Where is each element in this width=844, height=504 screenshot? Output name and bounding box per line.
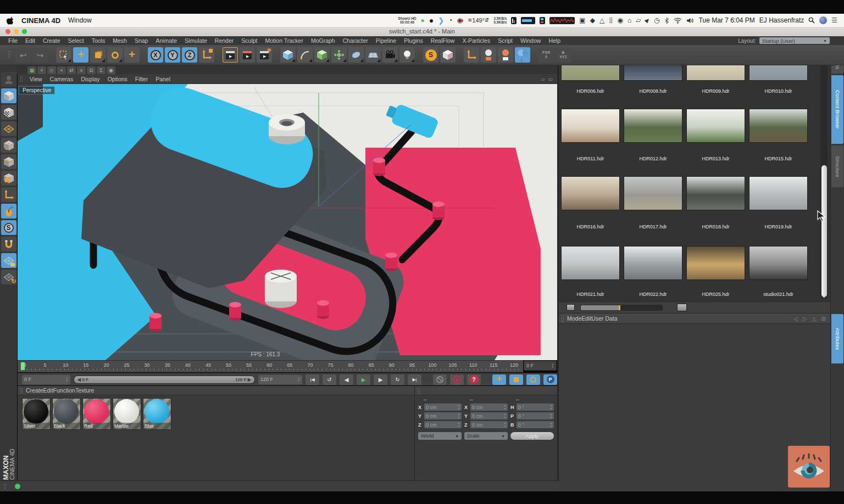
- menu-item-tools[interactable]: Tools: [88, 37, 109, 44]
- file-name[interactable]: HDR019.hdr: [749, 224, 808, 229]
- grid-app-icon[interactable]: ⣿: [609, 18, 613, 23]
- mini-tool-omega-icon[interactable]: Ω: [87, 66, 96, 74]
- key-position-toggle[interactable]: +: [492, 374, 506, 385]
- status-green-icon[interactable]: ●: [421, 17, 425, 24]
- menu-item-motion-tracker[interactable]: Motion Tracker: [261, 37, 307, 44]
- screen-recorder-status[interactable]: ShowU HD00:00:49: [398, 16, 416, 25]
- redo-button[interactable]: ↪: [32, 47, 48, 63]
- display-icon[interactable]: ◉: [617, 17, 623, 24]
- file-thumbnail-HDR018.hdr[interactable]: [686, 176, 745, 210]
- coord-position-x-field[interactable]: 0 cm▲▼: [424, 404, 462, 411]
- material-silver[interactable]: Silver: [22, 398, 51, 430]
- scroll-down-icon[interactable]: ▼: [822, 295, 826, 299]
- menubar-user[interactable]: EJ Hassenfratz: [759, 16, 804, 24]
- compass-heading[interactable]: ≋ 149° ⇵: [468, 18, 490, 24]
- mini-tool-swap-icon[interactable]: ⇄: [67, 66, 76, 74]
- end-frame-input[interactable]: 120 F▲▼: [258, 375, 302, 384]
- menu-item-edit[interactable]: Edit: [21, 37, 39, 44]
- menu-item-character[interactable]: Character: [339, 37, 372, 44]
- menu-item-render[interactable]: Render: [211, 37, 237, 44]
- mini-tool-sigma-icon[interactable]: Σ: [97, 66, 106, 74]
- frame-range-slider[interactable]: ◀ 0 F120 F ▶: [74, 376, 255, 384]
- xyz-helper-button[interactable]: ⊕XYZ: [556, 47, 571, 63]
- coord-position-y-field[interactable]: 0 cm▲▼: [424, 412, 462, 419]
- spotlight-icon[interactable]: [808, 17, 815, 24]
- apply-button[interactable]: Apply: [510, 432, 554, 440]
- material-red[interactable]: Red: [82, 398, 111, 430]
- render-view-button[interactable]: [223, 47, 238, 63]
- menu-item-filter[interactable]: Filter: [131, 76, 152, 82]
- tab-attributes[interactable]: Attributes: [831, 314, 843, 363]
- mouse-mode-button[interactable]: [1, 204, 16, 219]
- scrollbar-thumb[interactable]: [821, 165, 827, 297]
- key-parameter-toggle[interactable]: P: [543, 374, 557, 385]
- menu-item-mesh[interactable]: Mesh: [109, 37, 131, 44]
- volume-icon[interactable]: [686, 18, 695, 24]
- workplane-lock-mode-button[interactable]: [1, 253, 16, 268]
- file-name[interactable]: HDR025.hdr: [686, 292, 745, 297]
- file-thumbnail-HDR021.hdr[interactable]: [561, 246, 620, 280]
- key-rotation-toggle[interactable]: [526, 374, 540, 385]
- large-thumb-icon[interactable]: [677, 304, 687, 311]
- file-name[interactable]: HDR011.hdr: [561, 156, 620, 161]
- file-thumbnail-HDR012.hdr[interactable]: [624, 109, 682, 143]
- attr-new-icon[interactable]: ⊞: [820, 315, 827, 322]
- twitter-icon[interactable]: ❯: [438, 17, 444, 24]
- status-grip[interactable]: [3, 483, 6, 490]
- play-reverse-button[interactable]: ↺: [323, 374, 336, 385]
- menu-item-edit[interactable]: Edit: [43, 387, 53, 394]
- network-speed[interactable]: 2.5KB/s0.9KB/s: [493, 16, 507, 25]
- sketch-button[interactable]: S: [423, 47, 438, 63]
- tab-content-browser[interactable]: Content Browser: [831, 75, 843, 144]
- material-blue[interactable]: Blue: [143, 398, 171, 430]
- mac-app-name[interactable]: CINEMA 4D: [21, 16, 60, 25]
- camera-record-icon[interactable]: ◉: [457, 17, 463, 24]
- file-thumbnail-HDR011.hdr[interactable]: [561, 109, 620, 143]
- apple-menu-icon[interactable]: [7, 16, 14, 25]
- viewport-toggle-icon[interactable]: ▱: [541, 76, 545, 82]
- axis-tool-button[interactable]: [464, 47, 479, 63]
- file-thumbnail-HDR017.hdr[interactable]: [624, 176, 682, 210]
- attr-lock-icon[interactable]: △: [810, 315, 818, 322]
- menubar-clock[interactable]: Tue Mar 7 6:04 PM: [699, 16, 755, 24]
- tab-structure[interactable]: Structure: [831, 145, 843, 187]
- content-cube-button[interactable]: [440, 47, 456, 63]
- viewport-grip[interactable]: [20, 76, 23, 82]
- file-name[interactable]: HDR015.hdr: [749, 156, 808, 161]
- cpu-meter-icon[interactable]: [511, 17, 517, 24]
- key-scale-toggle[interactable]: [509, 374, 523, 385]
- add-cube-button[interactable]: [280, 47, 296, 63]
- polygons-mode-button[interactable]: [1, 171, 16, 186]
- menu-item-create[interactable]: Create: [39, 37, 64, 44]
- last-tool-button[interactable]: +: [124, 47, 140, 63]
- layout-dropdown[interactable]: Startup (User)▼: [759, 37, 830, 44]
- coord-rotation-h-field[interactable]: 0 °▲▼: [517, 404, 554, 411]
- menu-item-script[interactable]: Script: [494, 37, 517, 44]
- play-button[interactable]: ▶: [357, 374, 370, 385]
- material-marble[interactable]: Marble: [113, 398, 141, 430]
- coord-position-dropdown[interactable]: World▼: [418, 432, 462, 440]
- file-name[interactable]: studio021.hdr: [749, 292, 808, 297]
- drop-blue-button[interactable]: ↓: [515, 47, 530, 63]
- menu-item-pipeline[interactable]: Pipeline: [372, 37, 400, 44]
- file-thumbnail-HDR016.hdr[interactable]: [561, 176, 620, 210]
- menu-item-simulate[interactable]: Simulate: [181, 37, 211, 44]
- airplay-icon[interactable]: ▱: [636, 17, 641, 24]
- mini-tool-close-a-icon[interactable]: ×: [37, 66, 46, 74]
- attribute-grip[interactable]: [561, 316, 564, 322]
- frame-input[interactable]: 0 F▲▼: [22, 375, 70, 384]
- lock-y-button[interactable]: Y: [165, 47, 180, 63]
- location-icon[interactable]: ▶: [644, 17, 651, 24]
- menu-item-cameras[interactable]: Cameras: [46, 76, 77, 82]
- file-thumbnail-studio021.hdr[interactable]: [749, 246, 808, 280]
- menu-item-mode[interactable]: Mode: [567, 315, 581, 322]
- render-settings-button[interactable]: [240, 47, 255, 63]
- points-mode-button[interactable]: [1, 138, 16, 153]
- coordinate-grip[interactable]: [417, 388, 420, 394]
- safari-icon[interactable]: ◔: [448, 17, 452, 24]
- node-white-button[interactable]: [481, 47, 496, 63]
- menu-item-plugins[interactable]: Plugins: [400, 37, 426, 44]
- next-frame-button[interactable]: ▶: [374, 374, 387, 385]
- clipboard-icon[interactable]: ▣: [579, 17, 585, 24]
- file-name[interactable]: HDR013.hdr: [686, 156, 745, 161]
